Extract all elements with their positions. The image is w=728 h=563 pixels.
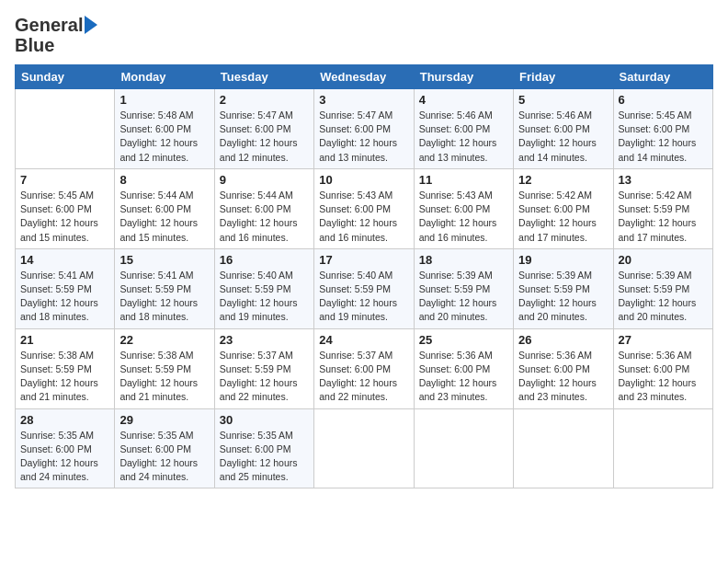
- day-info: Sunrise: 5:47 AM Sunset: 6:00 PM Dayligh…: [319, 109, 408, 165]
- day-info: Sunrise: 5:36 AM Sunset: 6:00 PM Dayligh…: [619, 349, 708, 405]
- calendar-week-row: 7Sunrise: 5:45 AM Sunset: 6:00 PM Daylig…: [16, 168, 713, 248]
- day-number: 24: [319, 333, 408, 347]
- calendar-cell: 16Sunrise: 5:40 AM Sunset: 5:59 PM Dayli…: [214, 248, 313, 328]
- day-number: 25: [419, 333, 508, 347]
- calendar-cell: [613, 408, 712, 488]
- day-info: Sunrise: 5:45 AM Sunset: 6:00 PM Dayligh…: [619, 109, 708, 165]
- calendar-cell: 5Sunrise: 5:46 AM Sunset: 6:00 PM Daylig…: [514, 89, 613, 169]
- logo-arrow-icon: [85, 16, 97, 34]
- day-number: 15: [119, 253, 209, 267]
- calendar-cell: 8Sunrise: 5:44 AM Sunset: 6:00 PM Daylig…: [115, 168, 214, 248]
- day-number: 14: [20, 253, 109, 267]
- calendar-week-row: 21Sunrise: 5:38 AM Sunset: 5:59 PM Dayli…: [16, 328, 713, 408]
- day-number: 1: [119, 93, 209, 107]
- day-info: Sunrise: 5:39 AM Sunset: 5:59 PM Dayligh…: [518, 269, 608, 325]
- calendar-cell: 3Sunrise: 5:47 AM Sunset: 6:00 PM Daylig…: [314, 89, 414, 169]
- day-info: Sunrise: 5:36 AM Sunset: 6:00 PM Dayligh…: [419, 349, 508, 405]
- header-day: Saturday: [613, 65, 712, 89]
- day-info: Sunrise: 5:46 AM Sunset: 6:00 PM Dayligh…: [419, 109, 508, 165]
- day-number: 29: [119, 413, 209, 427]
- calendar-cell: 7Sunrise: 5:45 AM Sunset: 6:00 PM Daylig…: [16, 168, 115, 248]
- day-info: Sunrise: 5:35 AM Sunset: 6:00 PM Dayligh…: [119, 429, 209, 485]
- logo: General Blue: [15, 15, 97, 55]
- calendar-cell: 1Sunrise: 5:48 AM Sunset: 6:00 PM Daylig…: [115, 89, 214, 169]
- day-info: Sunrise: 5:41 AM Sunset: 5:59 PM Dayligh…: [20, 269, 109, 325]
- day-info: Sunrise: 5:38 AM Sunset: 5:59 PM Dayligh…: [20, 349, 109, 405]
- calendar-cell: 13Sunrise: 5:42 AM Sunset: 5:59 PM Dayli…: [613, 168, 712, 248]
- day-info: Sunrise: 5:44 AM Sunset: 6:00 PM Dayligh…: [119, 189, 209, 245]
- calendar-cell: 29Sunrise: 5:35 AM Sunset: 6:00 PM Dayli…: [115, 408, 214, 488]
- day-number: 30: [220, 413, 309, 427]
- calendar-cell: [314, 408, 414, 488]
- day-number: 6: [619, 93, 708, 107]
- calendar-cell: [16, 89, 115, 169]
- day-number: 16: [220, 253, 309, 267]
- calendar-cell: 12Sunrise: 5:42 AM Sunset: 6:00 PM Dayli…: [514, 168, 613, 248]
- day-info: Sunrise: 5:35 AM Sunset: 6:00 PM Dayligh…: [20, 429, 109, 485]
- page-header: General Blue: [15, 15, 713, 55]
- day-number: 26: [518, 333, 608, 347]
- logo-text-blue: Blue: [15, 35, 54, 55]
- calendar-cell: 17Sunrise: 5:40 AM Sunset: 5:59 PM Dayli…: [314, 248, 414, 328]
- calendar-cell: 11Sunrise: 5:43 AM Sunset: 6:00 PM Dayli…: [414, 168, 513, 248]
- day-number: 8: [119, 173, 209, 187]
- day-info: Sunrise: 5:45 AM Sunset: 6:00 PM Dayligh…: [20, 189, 109, 245]
- day-info: Sunrise: 5:37 AM Sunset: 5:59 PM Dayligh…: [220, 349, 309, 405]
- day-number: 4: [419, 93, 508, 107]
- calendar-cell: 15Sunrise: 5:41 AM Sunset: 5:59 PM Dayli…: [115, 248, 214, 328]
- day-number: 20: [619, 253, 708, 267]
- day-info: Sunrise: 5:36 AM Sunset: 6:00 PM Dayligh…: [518, 349, 608, 405]
- calendar-table: SundayMondayTuesdayWednesdayThursdayFrid…: [15, 64, 713, 488]
- calendar-cell: 20Sunrise: 5:39 AM Sunset: 5:59 PM Dayli…: [613, 248, 712, 328]
- day-number: 27: [619, 333, 708, 347]
- day-number: 7: [20, 173, 109, 187]
- calendar-week-row: 14Sunrise: 5:41 AM Sunset: 5:59 PM Dayli…: [16, 248, 713, 328]
- calendar-body: 1Sunrise: 5:48 AM Sunset: 6:00 PM Daylig…: [16, 89, 713, 488]
- day-number: 3: [319, 93, 408, 107]
- calendar-cell: 21Sunrise: 5:38 AM Sunset: 5:59 PM Dayli…: [16, 328, 115, 408]
- calendar-cell: 9Sunrise: 5:44 AM Sunset: 6:00 PM Daylig…: [214, 168, 313, 248]
- calendar-week-row: 28Sunrise: 5:35 AM Sunset: 6:00 PM Dayli…: [16, 408, 713, 488]
- calendar-header: SundayMondayTuesdayWednesdayThursdayFrid…: [16, 65, 713, 89]
- day-number: 13: [619, 173, 708, 187]
- calendar-cell: 26Sunrise: 5:36 AM Sunset: 6:00 PM Dayli…: [514, 328, 613, 408]
- logo-text-general: General: [15, 15, 83, 35]
- day-info: Sunrise: 5:35 AM Sunset: 6:00 PM Dayligh…: [220, 429, 309, 485]
- day-number: 28: [20, 413, 109, 427]
- calendar-cell: 30Sunrise: 5:35 AM Sunset: 6:00 PM Dayli…: [214, 408, 313, 488]
- calendar-cell: 18Sunrise: 5:39 AM Sunset: 5:59 PM Dayli…: [414, 248, 513, 328]
- day-number: 5: [518, 93, 608, 107]
- header-day: Tuesday: [214, 65, 313, 89]
- day-info: Sunrise: 5:38 AM Sunset: 5:59 PM Dayligh…: [119, 349, 209, 405]
- day-info: Sunrise: 5:39 AM Sunset: 5:59 PM Dayligh…: [419, 269, 508, 325]
- header-day: Thursday: [414, 65, 513, 89]
- calendar-week-row: 1Sunrise: 5:48 AM Sunset: 6:00 PM Daylig…: [16, 89, 713, 169]
- calendar-cell: [414, 408, 513, 488]
- calendar-cell: 10Sunrise: 5:43 AM Sunset: 6:00 PM Dayli…: [314, 168, 414, 248]
- calendar-cell: 22Sunrise: 5:38 AM Sunset: 5:59 PM Dayli…: [115, 328, 214, 408]
- day-number: 10: [319, 173, 408, 187]
- calendar-cell: 23Sunrise: 5:37 AM Sunset: 5:59 PM Dayli…: [214, 328, 313, 408]
- day-info: Sunrise: 5:44 AM Sunset: 6:00 PM Dayligh…: [220, 189, 309, 245]
- day-number: 22: [119, 333, 209, 347]
- day-info: Sunrise: 5:41 AM Sunset: 5:59 PM Dayligh…: [119, 269, 209, 325]
- header-day: Wednesday: [314, 65, 414, 89]
- header-day: Monday: [115, 65, 214, 89]
- day-number: 23: [220, 333, 309, 347]
- calendar-cell: 2Sunrise: 5:47 AM Sunset: 6:00 PM Daylig…: [214, 89, 313, 169]
- day-info: Sunrise: 5:40 AM Sunset: 5:59 PM Dayligh…: [319, 269, 408, 325]
- calendar-cell: 24Sunrise: 5:37 AM Sunset: 6:00 PM Dayli…: [314, 328, 414, 408]
- calendar-cell: 27Sunrise: 5:36 AM Sunset: 6:00 PM Dayli…: [613, 328, 712, 408]
- day-info: Sunrise: 5:43 AM Sunset: 6:00 PM Dayligh…: [319, 189, 408, 245]
- day-info: Sunrise: 5:39 AM Sunset: 5:59 PM Dayligh…: [619, 269, 708, 325]
- day-number: 18: [419, 253, 508, 267]
- day-number: 9: [220, 173, 309, 187]
- day-number: 17: [319, 253, 408, 267]
- day-number: 19: [518, 253, 608, 267]
- day-info: Sunrise: 5:42 AM Sunset: 5:59 PM Dayligh…: [619, 189, 708, 245]
- header-day: Sunday: [16, 65, 115, 89]
- header-day: Friday: [514, 65, 613, 89]
- calendar-cell: 6Sunrise: 5:45 AM Sunset: 6:00 PM Daylig…: [613, 89, 712, 169]
- day-info: Sunrise: 5:37 AM Sunset: 6:00 PM Dayligh…: [319, 349, 408, 405]
- calendar-cell: [514, 408, 613, 488]
